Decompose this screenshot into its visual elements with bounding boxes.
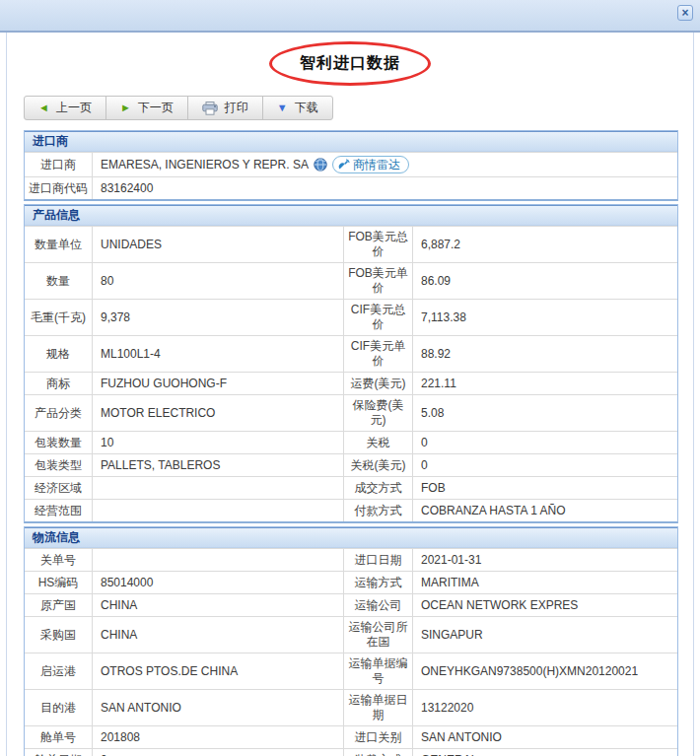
table-row: 包装数量10关税0 [25,431,677,453]
field-value: PALLETS, TABLEROS [92,454,343,476]
field-value: 201808 [92,726,343,748]
table-row: 关单号进口日期2021-01-31 [25,548,677,571]
field-label: 关税(美元) [343,454,412,476]
close-icon[interactable]: × [677,5,693,21]
field-value-text: FOB [421,481,446,496]
field-value: 7,113.38 [412,300,677,335]
field-label: 进口商 [25,153,92,176]
table-row: 舱单号201808进口关别SAN ANTONIO [25,725,677,748]
field-value: 6,887.2 [412,227,677,262]
field-value: 13122020 [412,690,677,725]
section-header: 进口商 [25,131,677,152]
field-label: 目的港 [25,690,92,725]
download-button[interactable]: ▼下载 [262,96,333,120]
dialog-titlebar: × [0,0,700,33]
field-label: 产品分类 [25,395,92,431]
prev-page-button[interactable]: ◄上一页 [24,96,106,120]
toolbar-button-label: 下一页 [138,100,174,116]
field-value-text: ML100L1-4 [101,347,161,362]
business-radar-badge[interactable]: 商情雷达 [332,156,409,173]
field-value-text: 83162400 [101,181,153,196]
field-value: 10 [92,432,343,453]
field-value: OCEAN NETWORK EXPRES [412,594,677,616]
table-row: 采购国CHINA运输公司所在国SINGAPUR [25,616,677,653]
field-value-text: MOTOR ELECTRICO [101,406,215,421]
table-row: 规格ML100L1-4CIF美元单价88.92 [25,335,677,372]
field-value-text: CHINA [101,598,137,613]
field-value: ONEYHKGAN9738500(H)XMN20120021 [412,653,677,689]
field-label: 运费(美元) [343,373,412,394]
globe-icon[interactable] [314,158,327,172]
field-value [92,477,343,499]
down-arrow-icon: ▼ [277,103,288,113]
field-value: MARITIMA [412,572,677,593]
field-label: 毛重(千克) [25,300,92,335]
field-value-text: SAN ANTONIO [101,701,181,716]
print-button[interactable]: 打印 [187,96,263,120]
table-row: 产品分类MOTOR ELECTRICO保险费(美元)5.08 [25,394,677,431]
field-label: 启运港 [25,653,92,689]
field-label: 进口关别 [343,726,412,748]
table-row: 舱单日期0装载方式GENERAL [25,748,677,756]
field-label: FOB美元单价 [343,263,412,299]
field-value: MOTOR ELECTRICO [92,395,343,431]
field-value: ML100L1-4 [92,336,343,372]
title-area: 智利进口数据 [7,41,693,86]
toolbar-button-label: 打印 [225,100,248,116]
field-value: 86.09 [412,263,677,299]
toolbar-button-label: 下载 [295,100,318,116]
red-circle-annotation: 智利进口数据 [269,41,431,86]
field-value-text: 0 [421,458,428,473]
field-value: OTROS PTOS.DE CHINA [92,653,343,689]
field-value-text: CHINA [101,628,137,643]
field-value: UNIDADES [92,227,343,262]
field-value: 221.11 [412,373,677,394]
section-header: 物流信息 [25,527,677,548]
table-row: 毛重(千克)9,378CIF美元总价7,113.38 [25,299,677,335]
field-value-text: 201808 [101,730,140,745]
field-value-text: OCEAN NETWORK EXPRES [421,598,578,613]
section-logistics-info: 物流信息关单号进口日期2021-01-31HS编码85014000运输方式MAR… [24,526,678,756]
field-value-text: 5.08 [421,406,444,421]
field-label: 关单号 [25,549,92,571]
field-value-text: 80 [101,274,113,289]
section-header: 产品信息 [25,205,677,226]
field-label: 舱单日期 [25,749,92,756]
field-value-text: 6,887.2 [421,238,460,252]
field-label: 运输公司 [343,594,412,616]
table-row: 包装类型PALLETS, TABLEROS关税(美元)0 [25,453,677,476]
field-value-text: 0 [101,753,107,756]
field-value-text: MARITIMA [421,576,479,590]
field-label: 关税 [343,432,412,453]
field-value-text: SAN ANTONIO [421,730,502,745]
arrow-right-icon: ► [120,103,131,113]
field-value: COBRANZA HASTA 1 AÑO [412,500,677,521]
next-page-button[interactable]: ►下一页 [105,96,188,120]
field-value: FUZHOU GUOHONG-F [92,373,343,394]
section-importer: 进口商进口商EMARESA, INGENIEROS Y REPR. SA商情雷达… [24,130,678,201]
field-label: 数量 [25,263,92,299]
field-label: CIF美元总价 [343,300,412,335]
table-row: 经营范围付款方式COBRANZA HASTA 1 AÑO [25,499,677,521]
field-value: 85014000 [92,572,343,593]
field-label: 规格 [25,336,92,372]
field-label: 数量单位 [25,227,92,262]
field-value-text: EMARESA, INGENIEROS Y REPR. SA [101,158,309,172]
field-value-text: 2021-01-31 [421,553,481,568]
radar-icon [338,159,350,171]
field-value: CHINA [92,594,343,616]
field-label: 保险费(美元) [343,395,412,431]
field-label: 进口商代码 [25,177,92,199]
field-value-text: UNIDADES [101,238,162,252]
table-row: 数量80FOB美元单价86.09 [25,262,677,299]
field-value-text: 85014000 [101,576,153,590]
field-value-text: 13122020 [421,701,473,716]
field-value-text: OTROS PTOS.DE CHINA [101,664,238,679]
table-row: 启运港OTROS PTOS.DE CHINA运输单据编号ONEYHKGAN973… [25,653,677,689]
field-label: 包装类型 [25,454,92,476]
table-row: HS编码85014000运输方式MARITIMA [25,571,677,593]
field-label: 装载方式 [343,749,412,756]
field-value-text: 86.09 [421,274,451,289]
field-label: 原产国 [25,594,92,616]
table-row: 进口商EMARESA, INGENIEROS Y REPR. SA商情雷达 [25,152,677,176]
